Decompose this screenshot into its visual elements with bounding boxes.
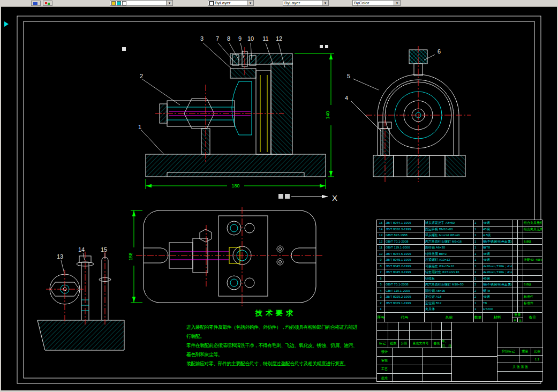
toolbar-button-make-layer[interactable] bbox=[31, 1, 41, 6]
bom-header-remark: 备注 bbox=[523, 313, 542, 322]
bom-header-code: 代号 bbox=[384, 313, 424, 322]
toolbar-button-layers[interactable] bbox=[43, 1, 52, 6]
layer-icon bbox=[33, 2, 37, 5]
balloon-6: 6 bbox=[438, 48, 441, 55]
linetype-combo-value: ByLayer bbox=[284, 1, 300, 5]
balloon-1: 1 bbox=[138, 124, 141, 130]
layer-color-chip bbox=[122, 1, 126, 5]
front-balloons: 1 2 3 7 8 9 10 11 12 bbox=[138, 35, 285, 154]
balloon-3: 3 bbox=[200, 35, 203, 42]
chevron-down-icon[interactable]: ▼ bbox=[394, 1, 400, 5]
chevron-down-icon[interactable]: ▼ bbox=[247, 1, 253, 5]
bom-row: 5GB/T 70.1-2008内六角圆柱头螺钉 M10×302钢(不锈钢/有色金… bbox=[377, 282, 542, 288]
bom-header-qty: 数量 bbox=[473, 313, 482, 322]
window-border-left bbox=[0, 0, 1, 392]
title-block-name-area bbox=[452, 322, 497, 381]
bom-row: 1夹具体1HT200 bbox=[377, 306, 542, 313]
dim-plan-height: 158 bbox=[128, 210, 142, 303]
technical-requirements: 技术要求 进入装配的零件及部件（包括外购件、外协件），均必须具有检验部门的合格证… bbox=[186, 308, 365, 368]
toolbar-strip: ▼ ByLayer ▼ ByLayer ▼ ByColor ▼ bbox=[0, 0, 558, 7]
balloon-2: 2 bbox=[140, 73, 143, 79]
color-chip bbox=[209, 1, 214, 5]
bom-header: 序号 代号 名称 数量 材料 重量 单件 总计 备注 bbox=[377, 313, 542, 322]
balloon-7: 7 bbox=[216, 35, 219, 42]
tech-line: 装配前应对零、部件的主要配合尺寸，特别是过盈配合尺寸及相关精度进行复查。 bbox=[186, 359, 365, 368]
label-mark: 标记 bbox=[377, 340, 388, 348]
ucs-axis-icon: X bbox=[278, 193, 337, 202]
tech-line: 着色剂和灰尘等。 bbox=[186, 350, 365, 359]
detail-balloons: 13 14 15 bbox=[57, 246, 107, 273]
balloon-8: 8 bbox=[227, 35, 230, 42]
title-block-signatures: 标记 处数 分区 更改文件号 签名 年、月、日 设计 审核 工艺 批准 bbox=[377, 322, 452, 381]
label-scale: 比例 bbox=[531, 348, 543, 355]
balloon-15: 15 bbox=[101, 246, 107, 253]
bom-row: 15JB/T 8044.1-1999球头滚花把手 A8×50145钢组合夹具元件 bbox=[377, 220, 542, 227]
sheets-label: 共 张 第 张 bbox=[497, 363, 543, 372]
bom-row: 10JB/T 8044.6-1999特殊垫圈 B8×3145钢 bbox=[377, 251, 542, 258]
dim-text-front-height: 140 bbox=[325, 111, 330, 119]
layer-freeze-icon bbox=[117, 1, 121, 5]
bom-row: 2JB/T 8029.1-1999定位销 B121T8标准件 bbox=[377, 300, 542, 307]
plan-view bbox=[136, 207, 322, 306]
chevron-down-icon[interactable]: ▼ bbox=[166, 1, 172, 5]
color-combo-value: ByLayer bbox=[215, 1, 230, 5]
balloon-13: 13 bbox=[57, 253, 63, 260]
label-stage: 阶段标记 bbox=[497, 348, 519, 355]
scale-value: 1:1 bbox=[531, 356, 543, 363]
cad-window: { "toolbar": { "combos": ["ByLayer", "By… bbox=[0, 0, 558, 392]
bom-row: 8JB/T 8045.2-1999可换钻套 Φ9×15×161d≤26mm,T1… bbox=[377, 263, 542, 270]
bom-row: 14JB/T 8026.3-1999固定手柄 BM10×80145钢组合夹具元件 bbox=[377, 227, 542, 233]
bom-row: 6钻模板145钢 bbox=[377, 276, 542, 282]
layer-on-icon bbox=[111, 1, 116, 5]
bom-row: 11GB/T 119.1-2000圆柱销 A6×301钢T8 bbox=[377, 245, 542, 251]
label-approve: 批准 bbox=[377, 374, 392, 382]
x-axis-label: X bbox=[332, 193, 337, 202]
label-sign: 签名 bbox=[432, 340, 441, 348]
title-block: 标记 处数 分区 更改文件号 签名 年、月、日 设计 审核 工艺 批准 阶段标记… bbox=[376, 322, 542, 382]
side-view bbox=[366, 46, 471, 182]
plotstyle-combo-value: ByColor bbox=[354, 1, 369, 5]
layer-combo[interactable]: ▼ bbox=[110, 0, 173, 6]
label-process: 工艺 bbox=[377, 365, 392, 373]
balloon-14: 14 bbox=[78, 246, 85, 253]
plotstyle-combo[interactable]: ByColor ▼ bbox=[352, 0, 401, 6]
layers-icon-2 bbox=[48, 3, 50, 5]
front-view bbox=[146, 47, 326, 177]
balloon-11: 11 bbox=[262, 35, 268, 42]
color-combo[interactable]: ByLayer ▼ bbox=[208, 0, 254, 6]
dim-front-width: 180 bbox=[146, 179, 326, 189]
balloon-9: 9 bbox=[238, 35, 242, 42]
balloon-5: 5 bbox=[347, 73, 350, 79]
chevron-down-icon[interactable]: ▼ bbox=[322, 1, 328, 5]
dim-text-front-width: 180 bbox=[231, 183, 239, 189]
label-weight: 重量 bbox=[519, 348, 531, 355]
bom-row: 13GB/T 897-1988双头螺柱 bm=1d M8×4014.8级 bbox=[377, 232, 542, 239]
balloon-12: 12 bbox=[276, 35, 282, 42]
bom-row: 4GB/T 119.1-2000圆柱销 A8×352钢T8 bbox=[377, 288, 542, 295]
bom-row: 12GB/T 70.1-2008内六角圆柱头螺钉 M6×161钢(不锈钢/有色金… bbox=[377, 239, 542, 245]
title-block-info: 阶段标记 重量 比例 1:1 共 张 第 张 bbox=[497, 322, 543, 381]
bom-header-name: 名称 bbox=[424, 313, 473, 322]
detail-view bbox=[37, 252, 124, 350]
linetype-combo[interactable]: ByLayer ▼ bbox=[283, 0, 329, 6]
dim-text-plan-height: 158 bbox=[128, 252, 133, 260]
tech-requirements-title: 技术要求 bbox=[186, 308, 365, 318]
paperspace-icon bbox=[4, 21, 9, 27]
label-design: 设计 bbox=[377, 348, 392, 356]
label-count: 处数 bbox=[388, 340, 398, 348]
bom-table: 15JB/T 8044.1-1999球头滚花把手 A8×50145钢组合夹具元件… bbox=[376, 220, 542, 323]
bom-rows: 15JB/T 8044.1-1999球头滚花把手 A8×50145钢组合夹具元件… bbox=[377, 220, 542, 313]
bom-row: 7JB/T 8045.3-1999钻套用衬套 Φ15×22×161d≤26mm,… bbox=[377, 269, 542, 276]
balloon-10: 10 bbox=[247, 35, 254, 42]
bom-row: 9JB/T 8045.1-1999压紧螺钉 A10×12145钢淬硬40~45H… bbox=[377, 257, 542, 263]
tech-line: 行装配。 bbox=[186, 332, 365, 341]
tech-line: 进入装配的零件及部件（包括外购件、外协件），均必须具有检验部门的合格证方能进 bbox=[186, 323, 365, 332]
bom-header-weight: 重量 单件 总计 bbox=[512, 313, 523, 322]
tech-lines: 进入装配的零件及部件（包括外购件、外协件），均必须具有检验部门的合格证方能进行装… bbox=[186, 323, 365, 368]
bom-header-no: 序号 bbox=[377, 313, 384, 322]
tech-line: 零件在装配前必须清理和清洗干净，不得有毛刺、飞边、氧化皮、锈蚀、切屑、油污、 bbox=[186, 341, 365, 350]
bom-header-material: 材料 bbox=[482, 313, 512, 322]
label-zone: 分区 bbox=[398, 340, 409, 348]
label-check: 审核 bbox=[377, 357, 392, 365]
label-change-no: 更改文件号 bbox=[409, 340, 432, 348]
